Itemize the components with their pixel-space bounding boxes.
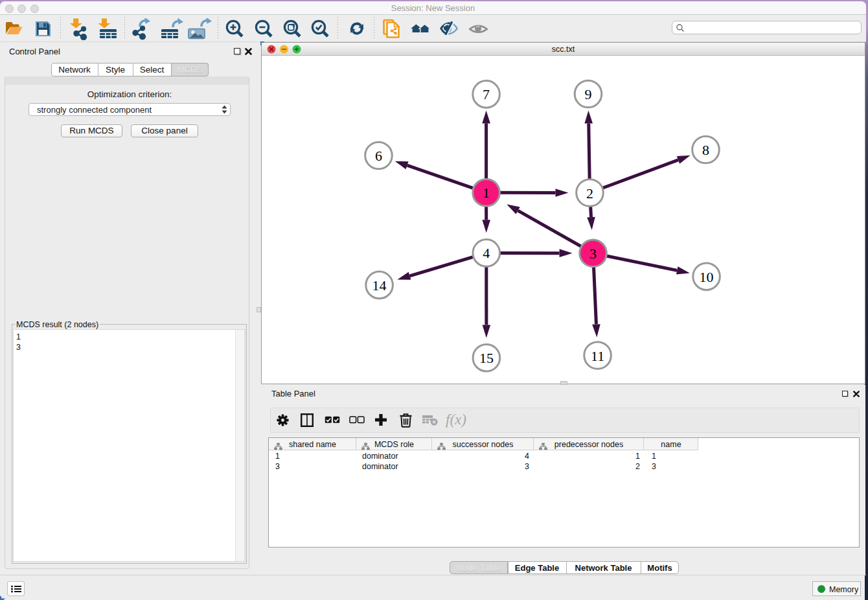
svg-text:2: 2: [586, 185, 593, 202]
svg-text:6: 6: [375, 148, 382, 164]
svg-text:3: 3: [589, 246, 597, 262]
svg-text:14: 14: [372, 277, 387, 294]
svg-text:8: 8: [702, 142, 709, 158]
svg-text:11: 11: [591, 348, 604, 364]
svg-text:1: 1: [483, 185, 490, 201]
svg-text:7: 7: [483, 86, 490, 102]
svg-text:9: 9: [585, 86, 592, 102]
svg-text:4: 4: [483, 245, 490, 261]
svg-text:10: 10: [700, 269, 714, 285]
svg-text:15: 15: [479, 350, 494, 366]
